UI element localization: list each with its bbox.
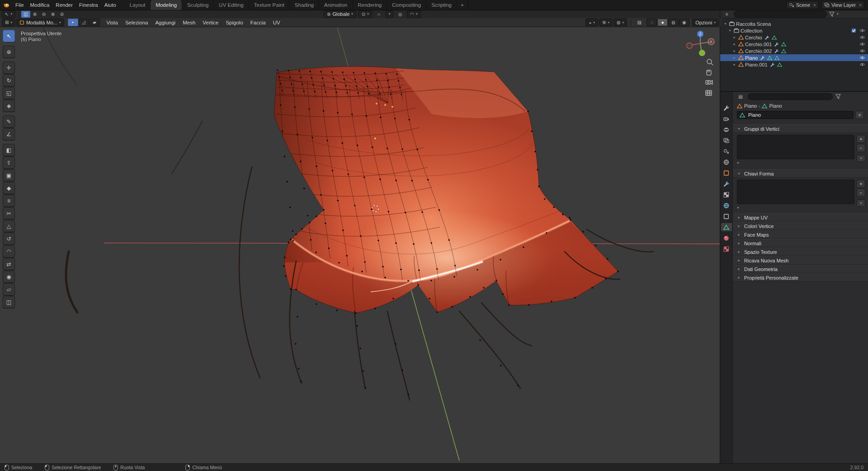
outliner-item-cerchio-002[interactable]: ▸ Cerchio.002 [720,48,868,54]
tool-select-box[interactable]: ↖ [3,30,15,42]
breadcrumb-data[interactable]: Piano [769,103,782,109]
tool-spin[interactable]: ↺ [3,233,15,245]
properties-tab-scene[interactable] [721,147,732,155]
outliner-scene-collection[interactable]: ▾ Raccolta Scena [720,20,868,27]
shape-key-specials-menu[interactable]: ▾ [857,200,865,207]
proportional-edit-toggle[interactable]: ◎ [396,11,405,18]
object-visibility-dropdown[interactable]: ◒ ▾ [585,19,598,26]
tool-transform[interactable]: ◈ [3,100,15,112]
scene-unlink-icon[interactable]: × [813,3,816,8]
vertex-group-remove-button[interactable]: − [857,144,865,152]
workspace-tab-modeling[interactable]: Modeling [151,0,182,10]
collection-checkbox-icon[interactable] [851,28,856,33]
snap-settings-dropdown[interactable]: ▾ [386,10,394,18]
menu-file[interactable]: File [12,2,27,8]
outliner-item-cerchio-001[interactable]: ▸ Cerchio.001 [720,41,868,48]
grid-toggle-icon[interactable] [706,90,712,95]
disclosure-icon[interactable]: ▸ [732,56,737,60]
disclosure-icon[interactable]: ▸ [732,35,737,39]
breadcrumb-object[interactable]: Piano [744,103,757,109]
mode-dropdown[interactable]: Modalità Mo... ▾ [16,19,64,26]
workspace-tab-scripting[interactable]: Scripting [426,0,457,10]
disclosure-icon[interactable]: ▸ [732,62,737,67]
menu-vista[interactable]: Vista [104,20,121,25]
workspace-tab-layout[interactable]: Layout [125,0,151,10]
shading-options-dropdown[interactable]: Opzioni ▾ [692,19,719,26]
select-mode-extend[interactable]: ⊕ [30,11,39,18]
show-gizmo-dropdown[interactable]: ⊕ ▾ [599,19,613,26]
workspace-tab-sculpting[interactable]: Sculpting [182,0,214,10]
menu-vertice[interactable]: Vertice [199,20,222,25]
menu-faccia[interactable]: Faccia [247,20,269,25]
properties-tab-constraints[interactable] [721,212,732,220]
menu-finestra[interactable]: Finestra [76,2,101,8]
properties-tab-world[interactable] [721,158,732,166]
properties-tab-render[interactable] [721,114,732,123]
menu-seleziona[interactable]: Seleziona [122,20,151,25]
toggle-xray[interactable]: ▨ [635,19,644,26]
tool-bevel[interactable]: ◆ [3,182,15,194]
workspace-tab-shading[interactable]: Shading [290,0,319,10]
select-mode-intersect[interactable]: ⊘ [57,11,66,18]
tool-knife[interactable]: ✂ [3,207,15,219]
tool-annotate[interactable]: ✎ [3,115,15,128]
mesh-name-input[interactable] [747,112,851,118]
zoom-icon[interactable] [707,59,713,65]
editor-properties-icon[interactable]: ▤ [736,93,745,100]
properties-tab-texture[interactable] [721,245,732,253]
tool-shrink-fatten[interactable]: ◉ [3,271,15,283]
disclosure-icon[interactable]: ▸ [732,49,737,53]
eye-icon[interactable] [859,29,865,33]
panel-normali[interactable]: ▸Normali [733,239,868,247]
datablock-name-field[interactable] [737,111,854,119]
outliner-item-cerchio[interactable]: ▸ Cerchio [720,34,868,41]
properties-tab-output[interactable] [721,125,732,133]
filter-options-icon[interactable]: ▾ [837,12,839,16]
menu-uv[interactable]: UV [270,20,283,25]
select-mode-vertex[interactable]: • [68,19,78,26]
unlink-data-button[interactable]: × [855,111,864,119]
shading-rendered[interactable]: ◉ [679,19,689,26]
gizmo-y-axis[interactable] [699,50,705,56]
properties-tab-modifiers[interactable] [721,180,732,188]
eye-icon[interactable] [859,49,865,53]
outliner-item-collection[interactable]: ▾ Collection [720,27,868,34]
menu-spigolo[interactable]: Spigolo [222,20,246,25]
eye-icon[interactable] [859,62,865,67]
blender-logo[interactable] [0,2,12,8]
tool-scale[interactable]: ◱ [3,87,15,99]
vertex-group-specials-menu[interactable]: ▾ [857,155,865,162]
eye-icon[interactable] [859,56,865,60]
panel-proprieta-personalizzate[interactable]: ▸Proprietà Personalizzate [733,273,868,282]
workspace-tab-animation[interactable]: Animation [319,0,353,10]
tool-inset-faces[interactable]: ▣ [3,169,15,181]
properties-tab-object[interactable] [721,169,732,177]
workspace-tab-uv-editing[interactable]: UV Editing [214,0,249,10]
editor-type-dropdown[interactable]: ⊞ ▾ [2,19,15,26]
properties-search-input[interactable] [748,93,833,100]
shading-solid[interactable]: ● [657,19,668,26]
pan-hand-icon[interactable] [707,70,711,75]
vertex-groups-subpanel-toggle[interactable]: ▸ [733,159,868,166]
snap-toggle[interactable]: ∩ [374,11,383,18]
tool-rotate[interactable]: ↻ [3,74,15,86]
properties-tab-view-layer[interactable] [721,136,732,144]
filter-funnel-icon[interactable] [829,11,835,17]
workspace-tab-texture-paint[interactable]: Texture Paint [249,0,290,10]
outliner-item-piano[interactable]: ▸ Piano [720,54,868,61]
panel-dati-geometria[interactable]: ▸Dati Geometria [733,265,868,273]
select-mode-edge[interactable]: ◿ [79,19,89,26]
shape-keys-listbox[interactable] [737,180,854,204]
overlays-dropdown[interactable]: ◍ ▾ [613,19,627,26]
panel-spazio-texture[interactable]: ▸Spazio Texture [733,247,868,256]
panel-mappe-uv[interactable]: ▸Mappe UV [733,213,868,222]
menu-mesh[interactable]: Mesh [179,20,198,25]
view-layer-unlink-icon[interactable]: × [859,3,862,8]
falloff-dropdown[interactable]: ◠ ▾ [407,10,420,18]
panel-colori-vertice[interactable]: ▸Colori Vertice [733,222,868,230]
menu-modifica[interactable]: Modifica [27,2,53,8]
tool-loop-cut[interactable]: ≡ [3,195,15,207]
disclosure-icon[interactable]: ▾ [723,22,728,26]
navigation-gizmo[interactable]: ZX [687,31,714,56]
properties-tab-material[interactable] [721,234,732,242]
